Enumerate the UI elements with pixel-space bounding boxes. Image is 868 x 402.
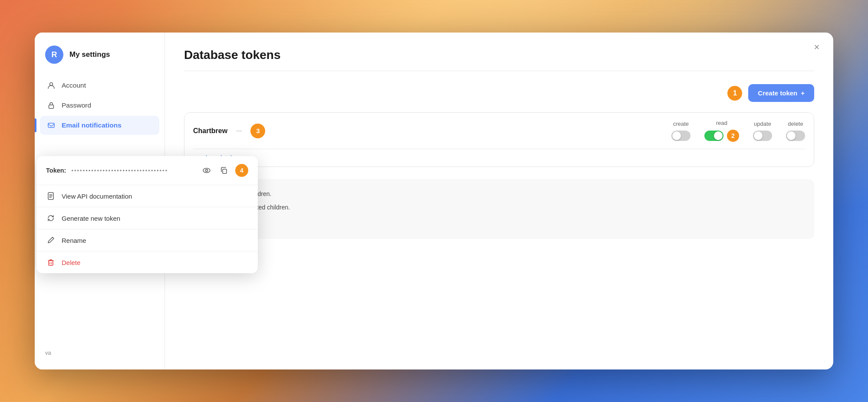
token-value: ••••••••••••••••••••••••••••••••••: [71, 167, 195, 174]
active-indicator: [35, 118, 36, 132]
sidebar-item-password[interactable]: Password: [40, 96, 159, 115]
token-name: Chartbrew: [193, 127, 227, 135]
perm-delete-label: delete: [788, 121, 803, 127]
refresh-icon: [46, 213, 56, 223]
info-row-1: ssions, also to all children.: [194, 189, 804, 199]
toolbar-row: 1 Create token +: [184, 84, 814, 102]
trash-icon: [46, 258, 56, 267]
sidebar-item-label: Account: [62, 82, 86, 89]
perm-delete-toggle[interactable]: [786, 131, 805, 141]
perm-create-toggle[interactable]: [671, 131, 690, 141]
step-badge-4: 4: [235, 164, 248, 177]
svg-rect-2: [48, 123, 54, 127]
show-databases-row[interactable]: show databases: [184, 149, 814, 167]
permissions-row: create read 2 update: [671, 120, 805, 142]
settings-title: My settings: [69, 50, 110, 59]
info-row-3: permissions.: [194, 216, 804, 226]
sidebar-item-email-notifications[interactable]: Email notifications: [40, 116, 159, 135]
person-icon: [47, 81, 56, 90]
token-row: Token: •••••••••••••••••••••••••••••••••…: [36, 156, 258, 185]
divider: [184, 71, 814, 71]
menu-item-label: View API documentation: [62, 193, 132, 200]
copy-token-button[interactable]: [218, 164, 230, 176]
perm-read-label: read: [716, 120, 727, 126]
token-card: Chartbrew ··· 3 create read: [184, 112, 814, 167]
toggle-token-visibility-button[interactable]: [201, 164, 213, 176]
doc-icon: [46, 191, 56, 201]
step-badge-2: 2: [727, 130, 739, 142]
perm-read: read 2: [704, 120, 739, 142]
dropdown-popup: Token: •••••••••••••••••••••••••••••••••…: [36, 156, 258, 273]
perm-update-label: update: [754, 121, 771, 127]
perm-update-toggle[interactable]: [753, 131, 772, 141]
lock-icon: [47, 101, 56, 110]
token-menu-button[interactable]: ···: [233, 126, 244, 136]
token-label: Token:: [46, 167, 66, 174]
sidebar-item-label: Password: [62, 101, 91, 109]
svg-point-3: [203, 168, 210, 173]
create-token-button[interactable]: Create token +: [748, 84, 814, 102]
pencil-icon: [46, 235, 56, 245]
sidebar-item-account[interactable]: Account: [40, 76, 159, 95]
copy-icon: [220, 166, 228, 175]
menu-item-label: Rename: [62, 237, 86, 244]
sidebar-item-label: Email notifications: [62, 121, 122, 129]
svg-rect-7: [49, 261, 53, 265]
eye-icon: [202, 166, 211, 175]
envelope-icon: [47, 121, 56, 130]
page-title: Database tokens: [184, 48, 814, 62]
menu-item-generate[interactable]: Generate new token: [36, 207, 258, 229]
step-badge-3: 3: [250, 124, 265, 138]
sidebar-nav: Account Password: [35, 76, 164, 135]
svg-rect-1: [49, 105, 54, 108]
info-row-2: missions to the selected children.: [194, 202, 804, 213]
perm-read-toggle[interactable]: [704, 131, 723, 141]
menu-item-label: Delete: [62, 259, 80, 266]
perm-create: create: [671, 121, 690, 141]
menu-item-rename[interactable]: Rename: [36, 229, 258, 251]
menu-item-delete[interactable]: Delete: [36, 252, 258, 273]
svg-point-4: [206, 170, 208, 172]
sidebar-bottom: va: [35, 349, 164, 361]
menu-item-view-api[interactable]: View API documentation: [36, 185, 258, 207]
sidebar-header: R My settings: [35, 46, 164, 76]
close-button[interactable]: ×: [810, 40, 824, 54]
token-card-header: Chartbrew ··· 3 create read: [184, 113, 814, 149]
step-badge-1: 1: [727, 86, 742, 101]
main-content: Database tokens 1 Create token + Chartbr…: [165, 33, 833, 369]
perm-update: update: [753, 121, 772, 141]
svg-rect-5: [223, 169, 227, 173]
avatar: R: [45, 46, 63, 64]
menu-item-label: Generate new token: [62, 215, 120, 222]
perm-delete: delete: [786, 121, 805, 141]
info-section: ssions, also to all children. missions t…: [184, 179, 814, 239]
perm-create-label: create: [673, 121, 689, 127]
